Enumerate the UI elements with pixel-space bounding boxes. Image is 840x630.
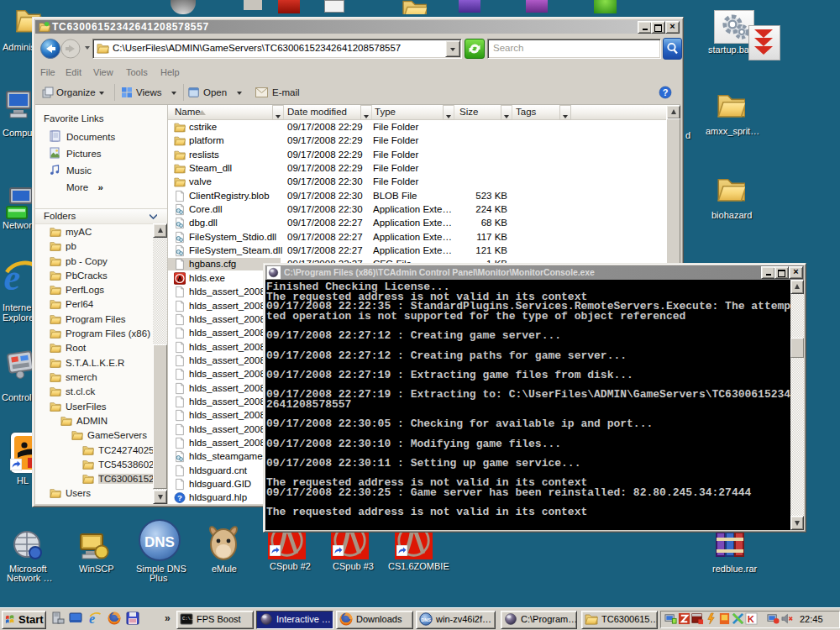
svg-text:K: K: [748, 614, 755, 624]
svg-text:DNS: DNS: [144, 534, 175, 550]
svg-text:DNS: DNS: [421, 617, 431, 622]
svg-text:C:\.: C:\.: [182, 616, 193, 622]
